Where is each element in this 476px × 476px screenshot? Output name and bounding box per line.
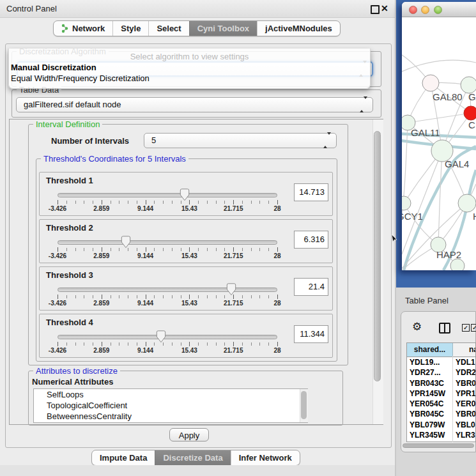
horizontal-scrollbar-thumb[interactable] [403, 443, 474, 448]
cell-name: YDL1 [456, 357, 475, 367]
bottom-strip [0, 465, 396, 476]
network-node[interactable] [458, 194, 476, 212]
list-item[interactable]: SelfLoops [34, 389, 307, 400]
close-icon[interactable]: ✕ [381, 3, 388, 14]
cell-shared-name: YIL052C [410, 440, 440, 442]
network-node-label: GAL11 [411, 127, 440, 138]
group-title: Attributes to discretize [33, 366, 120, 376]
slider-track[interactable] [58, 193, 277, 197]
slider-tick-label: 28 [273, 252, 280, 259]
table-row[interactable]: YLR345WYLR3 [407, 430, 476, 440]
network-node[interactable] [464, 106, 476, 120]
slider-tick-label: 2.859 [93, 300, 109, 307]
vertical-scrollbar-thumb[interactable] [374, 131, 381, 381]
table-row[interactable]: YBR045CYBR0 [407, 409, 476, 419]
cell-shared-name: YDL19... [410, 357, 440, 367]
table-row[interactable]: YPR145WYPR1 [407, 388, 476, 399]
tab-network[interactable]: Network [54, 21, 112, 36]
checkbox-icon[interactable]: ✓ [471, 324, 476, 332]
threshold-value-field[interactable]: 14.713 [294, 183, 328, 201]
tab-label: Network [72, 24, 105, 33]
list-item[interactable]: BetweennessCentrality [34, 411, 307, 422]
slider-tick-label: 9.144 [137, 205, 153, 212]
combo-arrows-icon [323, 135, 331, 146]
tab-style[interactable]: Style [112, 21, 148, 36]
num-intervals-combobox[interactable]: 5 [144, 133, 337, 148]
slider-thumb[interactable] [226, 283, 236, 296]
slider-track[interactable] [58, 240, 277, 245]
zoom-traffic-light[interactable] [434, 6, 442, 14]
network-node[interactable] [450, 259, 464, 270]
bottom-tabbar: Impute DataDiscretize DataInfer Network [91, 450, 300, 466]
dropdown-item-1[interactable]: Manual Discretization [11, 63, 96, 72]
checkbox-icon[interactable]: ✓ [462, 324, 470, 332]
cell-name: YLR3 [456, 430, 475, 440]
table-row[interactable]: YER054CYER0 [407, 399, 476, 409]
combo-value: galFiltered.sif default node [24, 98, 121, 112]
combo-value: 5 [151, 134, 156, 148]
network-node-label: GAL80 [433, 91, 463, 102]
tab-infer-network[interactable]: Infer Network [231, 450, 300, 465]
slider-track[interactable] [58, 335, 277, 339]
slider-tick-label: 21.715 [224, 347, 243, 354]
table-row[interactable]: YBR043CYBR0 [407, 378, 476, 388]
table-data-combobox[interactable]: galFiltered.sif default node [16, 97, 373, 112]
attributes-listbox[interactable]: SelfLoopsTopologicalCoefficientBetweenne… [33, 388, 308, 423]
network-view-window: GAL80GACGAL11GAL4GCY1HAHAP2 [402, 2, 476, 270]
network-node[interactable] [422, 75, 439, 91]
float-window-icon[interactable] [371, 5, 380, 14]
list-item[interactable]: TopologicalCoefficient [34, 400, 307, 411]
network-node-label: HA [473, 211, 476, 222]
tab-impute-data[interactable]: Impute Data [92, 450, 155, 465]
slider-major-tick [58, 247, 58, 252]
cell-name: YBL0 [456, 420, 475, 430]
tab-jactivemnodules[interactable]: jActiveMNodules [257, 21, 340, 36]
slider-major-tick [233, 247, 234, 252]
threshold-label: Threshold 1 [46, 176, 93, 185]
threshold-value-field[interactable]: 6.316 [294, 231, 328, 249]
control-panel-titlebar: Control Panel ✕ [0, 0, 396, 18]
column-header-name[interactable]: name [453, 343, 476, 357]
slider-minor-ticks [58, 248, 279, 251]
close-traffic-light[interactable] [409, 6, 417, 14]
tab-discretize-data[interactable]: Discretize Data [155, 450, 230, 465]
network-canvas[interactable]: GAL80GACGAL11GAL4GCY1HAHAP2 [402, 17, 476, 270]
numerical-attributes-label: Numerical Attributes [32, 377, 113, 387]
network-window-titlebar[interactable] [402, 2, 476, 17]
table-row[interactable]: YIL052CYIL0 [407, 440, 476, 442]
table-row[interactable]: YDR27...YDR2 [407, 367, 476, 378]
column-header-shared-name[interactable]: shared... [407, 343, 453, 357]
slider-thumb[interactable] [180, 188, 190, 201]
tab-select[interactable]: Select [148, 21, 188, 36]
list-scrollbar-thumb[interactable] [301, 391, 307, 419]
minimize-traffic-light[interactable] [421, 6, 429, 14]
network-node-label: GA [468, 91, 476, 102]
slider-major-tick [102, 342, 102, 346]
network-node[interactable] [402, 196, 411, 210]
threshold-panel-1: Threshold 1-3.4262.8599.14415.4321.71528… [39, 172, 333, 216]
threshold-value-field[interactable]: 11.344 [294, 325, 328, 343]
cell-shared-name: YBR045C [410, 409, 444, 419]
slider-tick-label: 15.43 [181, 252, 197, 259]
slider-thumb[interactable] [156, 330, 166, 343]
slider-tick-label: 9.144 [137, 252, 153, 259]
cell-shared-name: YPR145W [410, 388, 445, 399]
tab-cyni-toolbox[interactable]: Cyni Toolbox [189, 21, 257, 36]
slider-thumb[interactable] [121, 236, 131, 249]
split-columns-icon[interactable] [439, 323, 450, 334]
table-row[interactable]: YDL19...YDL1 [407, 357, 476, 367]
slider-track[interactable] [58, 288, 277, 292]
gear-icon[interactable]: ⚙ [412, 320, 422, 333]
slider-major-tick [58, 295, 58, 299]
slider-tick-label: 15.43 [181, 205, 197, 212]
control-panel-tabbar: NetworkStyleSelectCyni ToolboxjActiveMNo… [53, 20, 341, 36]
slider-major-tick [102, 200, 102, 204]
slider-major-tick [277, 342, 278, 346]
slider-major-tick [277, 200, 278, 204]
threshold-value-field[interactable]: 21.4 [294, 278, 328, 296]
slider-tick-label: 15.43 [181, 347, 197, 354]
table-row[interactable]: YBL079WYBL0 [407, 420, 476, 430]
apply-button[interactable]: Apply [169, 428, 209, 441]
slider-major-tick [277, 247, 278, 252]
dropdown-item-2[interactable]: Equal Width/Frequency Discretization [11, 73, 150, 83]
